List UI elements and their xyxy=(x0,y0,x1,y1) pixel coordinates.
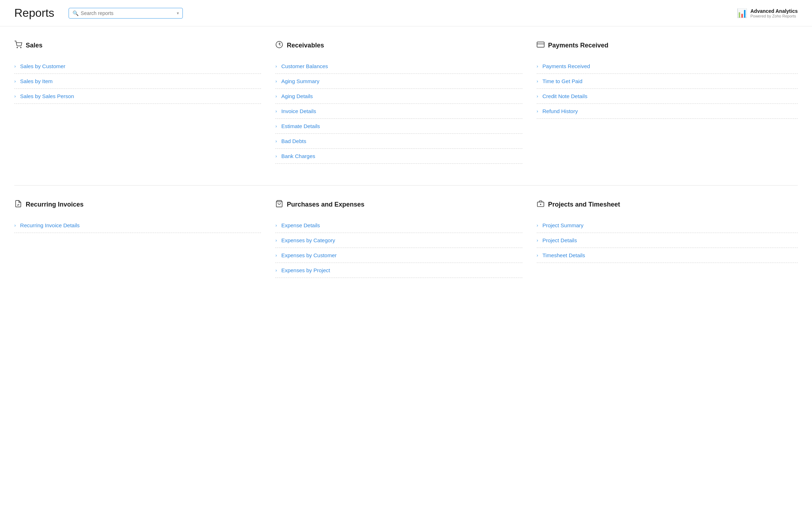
list-item[interactable]: ›Expenses by Project xyxy=(275,263,522,278)
section-projects_timesheet: Projects and Timesheet›Project Summary›P… xyxy=(537,200,798,292)
list-item[interactable]: ›Recurring Invoice Details xyxy=(14,218,261,233)
report-link[interactable]: Project Summary xyxy=(542,222,583,228)
list-item[interactable]: ›Time to Get Paid xyxy=(537,74,798,89)
report-link[interactable]: Time to Get Paid xyxy=(542,78,582,84)
report-link[interactable]: Customer Balances xyxy=(281,63,328,69)
chevron-right-icon: › xyxy=(537,108,538,114)
section-receivables: Receivables›Customer Balances›Aging Summ… xyxy=(275,41,536,178)
section-title-sales: Sales xyxy=(26,42,42,49)
list-item[interactable]: ›Project Summary xyxy=(537,218,798,233)
svg-point-0 xyxy=(17,47,17,48)
chevron-right-icon: › xyxy=(275,138,277,144)
chevron-right-icon: › xyxy=(275,253,277,258)
chevron-right-icon: › xyxy=(537,78,538,84)
chevron-right-icon: › xyxy=(275,223,277,228)
report-link[interactable]: Expense Details xyxy=(281,222,320,228)
report-link[interactable]: Bad Debts xyxy=(281,138,306,144)
chevron-right-icon: › xyxy=(14,64,16,69)
report-link[interactable]: Timesheet Details xyxy=(542,252,585,258)
section-sales: Sales›Sales by Customer›Sales by Item›Sa… xyxy=(14,41,275,178)
svg-point-1 xyxy=(20,47,21,48)
report-link[interactable]: Aging Details xyxy=(281,93,313,99)
list-item[interactable]: ›Project Details xyxy=(537,233,798,248)
advanced-analytics-subtitle: Powered by Zoho Reports xyxy=(750,14,796,18)
list-item[interactable]: ›Invoice Details xyxy=(275,104,522,119)
chevron-right-icon: › xyxy=(537,253,538,258)
section-recurring_invoices: Recurring Invoices›Recurring Invoice Det… xyxy=(14,200,275,292)
report-link[interactable]: Expenses by Category xyxy=(281,237,335,243)
report-link[interactable]: Sales by Customer xyxy=(20,63,65,69)
section-purchases_expenses: Purchases and Expenses›Expense Details›E… xyxy=(275,200,536,292)
list-item[interactable]: ›Bad Debts xyxy=(275,134,522,149)
report-link[interactable]: Sales by Item xyxy=(20,78,52,84)
list-item[interactable]: ›Sales by Customer xyxy=(14,59,261,74)
report-link[interactable]: Recurring Invoice Details xyxy=(20,222,80,228)
chevron-right-icon: › xyxy=(275,93,277,99)
report-link[interactable]: Credit Note Details xyxy=(542,93,587,99)
chevron-right-icon: › xyxy=(14,93,16,99)
section-icon-receivables xyxy=(275,41,283,50)
chevron-right-icon: › xyxy=(275,238,277,243)
list-item[interactable]: ›Bank Charges xyxy=(275,149,522,164)
section-header-projects_timesheet: Projects and Timesheet xyxy=(537,200,798,209)
report-link[interactable]: Project Details xyxy=(542,237,577,243)
chevron-right-icon: › xyxy=(537,93,538,99)
chevron-right-icon: › xyxy=(537,223,538,228)
report-link[interactable]: Aging Summary xyxy=(281,78,320,84)
sections-row-1: Sales›Sales by Customer›Sales by Item›Sa… xyxy=(14,41,798,178)
section-icon-recurring_invoices xyxy=(14,200,22,209)
list-item[interactable]: ›Expenses by Category xyxy=(275,233,522,248)
report-link[interactable]: Estimate Details xyxy=(281,123,320,129)
section-icon-projects_timesheet xyxy=(537,200,545,209)
chevron-right-icon: › xyxy=(275,153,277,159)
search-wrapper: 🔍 ▾ xyxy=(69,8,183,19)
report-link[interactable]: Invoice Details xyxy=(281,108,316,114)
chevron-right-icon: › xyxy=(537,238,538,243)
report-link[interactable]: Expenses by Project xyxy=(281,267,330,273)
chevron-right-icon: › xyxy=(14,78,16,84)
section-icon-purchases_expenses xyxy=(275,200,283,209)
section-title-projects_timesheet: Projects and Timesheet xyxy=(548,201,620,208)
report-link[interactable]: Refund History xyxy=(542,108,578,114)
list-item[interactable]: ›Refund History xyxy=(537,104,798,119)
report-link[interactable]: Bank Charges xyxy=(281,153,315,159)
section-header-sales: Sales xyxy=(14,41,261,50)
chevron-right-icon: › xyxy=(275,108,277,114)
list-item[interactable]: ›Timesheet Details xyxy=(537,248,798,263)
section-payments_received: Payments Received›Payments Received›Time… xyxy=(537,41,798,178)
section-header-recurring_invoices: Recurring Invoices xyxy=(14,200,261,209)
list-item[interactable]: ›Aging Summary xyxy=(275,74,522,89)
sections-row-2: Recurring Invoices›Recurring Invoice Det… xyxy=(14,200,798,292)
list-item[interactable]: ›Customer Balances xyxy=(275,59,522,74)
report-link[interactable]: Expenses by Customer xyxy=(281,252,337,258)
chevron-down-icon: ▾ xyxy=(177,11,179,16)
section-title-purchases_expenses: Purchases and Expenses xyxy=(287,201,364,208)
list-item[interactable]: ›Sales by Item xyxy=(14,74,261,89)
section-icon-payments_received xyxy=(537,41,545,50)
section-title-receivables: Receivables xyxy=(287,42,324,49)
main-content: Sales›Sales by Customer›Sales by Item›Sa… xyxy=(0,26,812,306)
section-header-payments_received: Payments Received xyxy=(537,41,798,50)
list-item[interactable]: ›Expenses by Customer xyxy=(275,248,522,263)
page-title: Reports xyxy=(14,6,54,20)
section-title-payments_received: Payments Received xyxy=(548,42,608,49)
chevron-right-icon: › xyxy=(275,268,277,273)
list-item[interactable]: ›Aging Details xyxy=(275,89,522,104)
chevron-right-icon: › xyxy=(14,223,16,228)
chevron-right-icon: › xyxy=(275,123,277,129)
list-item[interactable]: ›Payments Received xyxy=(537,59,798,74)
section-header-receivables: Receivables xyxy=(275,41,522,50)
list-item[interactable]: ›Estimate Details xyxy=(275,119,522,134)
search-icon: 🔍 xyxy=(72,10,79,16)
advanced-analytics-icon: 📊 xyxy=(737,8,747,18)
section-icon-sales xyxy=(14,41,22,50)
report-link[interactable]: Payments Received xyxy=(542,63,590,69)
list-item[interactable]: ›Expense Details xyxy=(275,218,522,233)
search-input[interactable] xyxy=(81,10,175,16)
section-title-recurring_invoices: Recurring Invoices xyxy=(26,201,84,208)
advanced-analytics-text: Advanced Analytics Powered by Zoho Repor… xyxy=(750,8,798,18)
svg-rect-3 xyxy=(537,42,544,47)
list-item[interactable]: ›Sales by Sales Person xyxy=(14,89,261,104)
list-item[interactable]: ›Credit Note Details xyxy=(537,89,798,104)
report-link[interactable]: Sales by Sales Person xyxy=(20,93,74,99)
